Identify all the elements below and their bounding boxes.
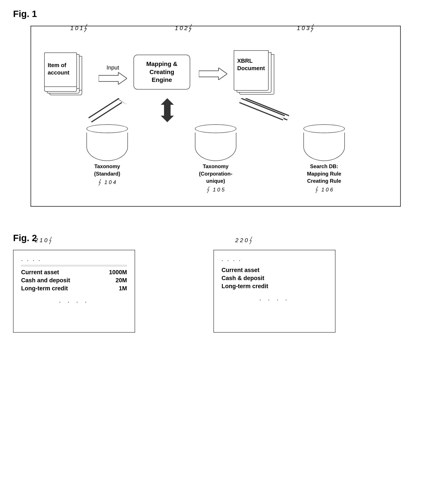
db-top-2: [195, 124, 236, 133]
box220-row1-label: Current asset: [222, 267, 259, 274]
fig2-box-210: · · · · Current asset 1000M Cash and dep…: [13, 250, 135, 333]
fig1-section: Fig. 1 1 0 1 1 0 2 1 0 3: [13, 9, 422, 207]
db-body-1: [86, 133, 128, 161]
db-top-1: [86, 124, 128, 133]
fig2-section: Fig. 2 2 1 0 · · · · Current asset 1000M: [13, 233, 422, 333]
box210-row-2: Cash and deposit 20M: [21, 277, 127, 284]
ref-101: 1 0 1: [70, 24, 91, 32]
item-of-account-docs: Item of account: [44, 53, 83, 96]
box210-row-1: Current asset 1000M: [21, 269, 127, 276]
box220-table: Current asset Cash & deposit Long-term c…: [222, 267, 327, 290]
fig1-diagram: 1 0 1 1 0 2 1 0 3 Item of: [30, 26, 401, 207]
db-body-3: [303, 133, 345, 161]
fig2-box210-wrapper: 2 1 0 · · · · Current asset 1000M Cash a…: [13, 250, 135, 333]
box220-row-3: Long-term credit: [222, 283, 327, 290]
box210-row2-label: Cash and deposit: [21, 277, 70, 284]
fig2-box-220: · · · · Current asset Cash & deposit Lon…: [213, 250, 335, 333]
ref-220: 2 2 0: [235, 237, 255, 244]
item-of-account-text: Item of account: [48, 62, 70, 76]
svg-line-4: [90, 100, 120, 120]
taxonomy-standard-db: Taxonomy (Standard) 1 0 4: [86, 124, 128, 186]
engine-to-xbrl-arrow: [199, 68, 227, 81]
box210-row-3: Long-term credit 1M: [21, 285, 127, 292]
taxonomy-standard-text: Taxonomy (Standard): [94, 163, 120, 177]
box210-dots-top: · · · ·: [21, 257, 127, 264]
input-label: Input: [107, 64, 119, 71]
box220-row3-label: Long-term credit: [222, 283, 268, 290]
ref-102: 1 0 2: [175, 24, 195, 32]
ref-104: 1 0 4: [104, 179, 116, 185]
search-db-text: Search DB: Mapping Rule Creating Rule: [307, 163, 341, 185]
box220-dots-bottom: · · · ·: [222, 296, 327, 303]
ref-106: 1 0 6: [321, 187, 333, 193]
svg-marker-0: [99, 72, 127, 84]
mapping-engine-box: Mapping & Creating Engine: [134, 55, 190, 90]
engine-updown-arrow: [161, 98, 174, 122]
input-arrow: Input: [99, 64, 127, 84]
box210-row3-value: 1M: [119, 285, 127, 292]
lightning-106: [315, 186, 320, 193]
fig1-content: 1 0 1 1 0 2 1 0 3 Item of: [44, 35, 387, 193]
ref-105: 1 0 5: [213, 187, 224, 193]
search-db: Search DB: Mapping Rule Creating Rule 1 …: [303, 124, 345, 193]
lightning-210: [49, 237, 54, 244]
box210-row1-label: Current asset: [21, 269, 59, 276]
ref-210: 2 1 0: [35, 237, 54, 244]
svg-marker-7: [161, 105, 174, 122]
taxonomy-corp-text: Taxonomy (Corporation- unique): [199, 163, 232, 185]
fig1-label: Fig. 1: [13, 9, 422, 19]
box210-table: Current asset 1000M Cash and deposit 20M…: [21, 269, 127, 292]
box220-row2-label: Cash & deposit: [222, 275, 264, 282]
hollow-right-arrow: [99, 72, 127, 84]
ref106-area: 1 0 6: [315, 186, 333, 193]
ref105-area: 1 0 5: [207, 186, 224, 193]
fig2-box220-wrapper: 2 2 0 · · · · Current asset Cash & depos…: [213, 250, 335, 333]
box210-row3-label: Long-term credit: [21, 285, 68, 292]
box220-dots-top: · · · ·: [222, 257, 327, 264]
db-top-3: [303, 124, 345, 133]
box210-dots-bottom: · · · ·: [21, 298, 127, 305]
ref-103: 1 0 3: [297, 24, 317, 32]
right-arrow-svg: [199, 68, 227, 80]
xbrl-doc-front: XBRL Document: [234, 50, 269, 90]
fig1-top-row: Item of account Input Mappi: [44, 35, 387, 96]
box210-row2-value: 20M: [116, 277, 127, 284]
searchdb-arrows: [232, 98, 297, 122]
box220-row-1: Current asset: [222, 267, 327, 274]
taxonomy-standard-arrow: [83, 98, 127, 122]
xbrl-doc-text: XBRL Document: [237, 57, 265, 72]
lightning-105: [207, 186, 212, 193]
middle-arrows: [44, 98, 387, 124]
svg-line-12: [240, 100, 284, 118]
xbrl-docs: XBRL Document: [234, 50, 277, 94]
box210-dashed2: [21, 266, 127, 266]
svg-marker-1: [199, 68, 227, 80]
fig2-label: Fig. 2: [13, 233, 422, 243]
lightning-220: [249, 237, 255, 244]
fig2-row: 2 1 0 · · · · Current asset 1000M Cash a…: [13, 250, 422, 333]
doc-front: Item of account: [44, 53, 77, 92]
ref104-area: 1 0 4: [98, 179, 116, 186]
fig1-bottom-row: Taxonomy (Standard) 1 0 4 Taxonomy (Corp…: [44, 124, 387, 193]
engine-text: Mapping & Creating Engine: [146, 60, 177, 84]
box210-row1-value: 1000M: [109, 269, 127, 276]
lightning-104: [98, 179, 103, 186]
db-body-2: [195, 133, 236, 161]
taxonomy-corp-db: Taxonomy (Corporation- unique) 1 0 5: [195, 124, 236, 193]
box210-dashed: [21, 265, 127, 265]
box220-row-2: Cash & deposit: [222, 275, 327, 282]
